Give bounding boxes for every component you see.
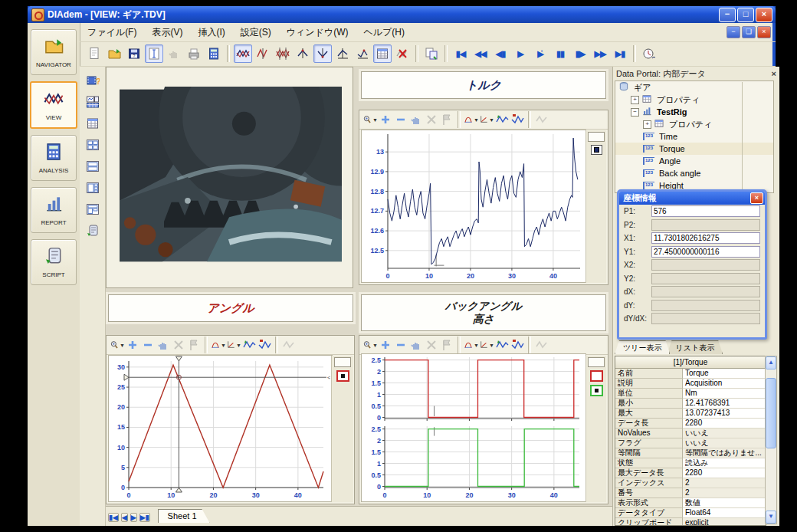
torque-legend[interactable]: [585, 130, 606, 283]
play-button[interactable]: ▶: [511, 44, 530, 63]
zoom-out-button[interactable]: [393, 113, 408, 127]
skip-last-button[interactable]: ▶▮: [611, 44, 629, 63]
back-angle-chart-panel[interactable]: ▼▼▼ 00.511.522.5 01020304000.511.522.5: [359, 335, 608, 504]
pause-button[interactable]: ▮▮: [551, 44, 569, 63]
tree-splitter[interactable]: [742, 82, 743, 190]
sheet-first-button[interactable]: ▮◀: [108, 513, 119, 522]
back-angle-plot[interactable]: 00.511.522.5: [362, 354, 584, 423]
property-value[interactable]: 読込み: [683, 458, 766, 468]
angle-legend-item[interactable]: [336, 370, 349, 382]
dropdown-arrow-icon[interactable]: ▼: [236, 343, 241, 348]
coord-field-y1[interactable]: 27.4500000000116: [651, 246, 760, 258]
tree-item-ギア[interactable]: ギア: [615, 81, 773, 94]
zoom-out-button[interactable]: [393, 338, 408, 353]
refresh-green-button[interactable]: [494, 338, 510, 353]
sidebar-item-analysis[interactable]: ANALYSIS: [31, 135, 77, 181]
property-row[interactable]: 表示形式数値: [615, 498, 766, 508]
angle-legend[interactable]: [331, 356, 353, 502]
menu-item-4[interactable]: ウィンドウ(W): [279, 24, 356, 41]
sheet-next-button[interactable]: ▶: [130, 513, 137, 522]
property-row[interactable]: 状態読込み: [615, 458, 766, 468]
video-panel[interactable]: [106, 67, 353, 288]
property-row[interactable]: 等間隔等間隔ではありませ...: [615, 448, 766, 458]
new-display-button[interactable]: [422, 44, 441, 63]
zoom-in-button[interactable]: [378, 113, 393, 127]
curve-fit-button[interactable]: ▼: [211, 338, 226, 353]
property-row[interactable]: NoValuesいいえ: [615, 429, 766, 438]
zoom-in-button[interactable]: [378, 338, 393, 353]
torque-chart-panel[interactable]: ▼▼▼ 01020304012.512.612.712.812.913: [359, 110, 608, 285]
sidebar-item-navigator[interactable]: NAVIGATOR: [31, 29, 77, 75]
property-value[interactable]: 2280: [683, 419, 766, 429]
refresh-green-button[interactable]: [494, 113, 510, 127]
torque-legend-item[interactable]: [591, 145, 602, 155]
refresh-red-button[interactable]: [257, 338, 272, 353]
layout-list-button[interactable]: [83, 200, 103, 218]
minimize-button[interactable]: −: [719, 8, 736, 22]
pan-hand-button[interactable]: [408, 113, 424, 127]
sidebar-item-script[interactable]: SCRIPT: [31, 239, 77, 285]
fast-forward-button[interactable]: ▶▶: [591, 44, 609, 63]
coord-field-x1[interactable]: 11.7301802616275: [651, 232, 760, 244]
mdi-restore-button[interactable]: ❏: [742, 26, 756, 38]
zoom-tool-button[interactable]: ▼: [110, 338, 125, 353]
skip-first-button[interactable]: ▮◀: [451, 44, 470, 63]
tree-item-angle[interactable]: 123Angle: [615, 155, 773, 167]
curves-stacked-button[interactable]: [254, 44, 272, 63]
tree-item-プロパティ[interactable]: +プロパティ: [615, 94, 773, 106]
dropdown-arrow-icon[interactable]: ▼: [120, 343, 125, 348]
step-forward-button[interactable]: ▮▶: [571, 44, 589, 63]
sidebar-item-view[interactable]: VIEW: [30, 81, 77, 129]
zoom-tool-button[interactable]: ▼: [362, 113, 378, 127]
property-row[interactable]: 最大データ長2280: [615, 468, 766, 478]
coordinate-dialog-titlebar[interactable]: 座標情報 ×: [619, 192, 765, 205]
dropdown-arrow-icon[interactable]: ▼: [221, 343, 226, 348]
save-file-button[interactable]: ?: [125, 44, 143, 63]
back-legend-item[interactable]: [590, 370, 603, 382]
height-plot[interactable]: 01020304000.511.522.5: [362, 423, 584, 500]
close-button[interactable]: ×: [756, 8, 772, 22]
axis-mode-d-button[interactable]: [353, 44, 372, 63]
layout-rows-button[interactable]: [83, 157, 103, 176]
scaling-button[interactable]: ▼: [479, 338, 494, 353]
pan-hand-button[interactable]: [408, 338, 424, 353]
tree-expand-icon[interactable]: +: [643, 120, 651, 129]
property-value[interactable]: 等間隔ではありませ...: [683, 448, 766, 458]
channel-table-button[interactable]: [373, 44, 392, 63]
property-value[interactable]: Torque: [683, 369, 766, 379]
dropdown-arrow-icon[interactable]: ▼: [372, 117, 378, 123]
scaling-button[interactable]: ▼: [226, 338, 241, 353]
refresh-green-button[interactable]: [241, 338, 257, 353]
step-back-button[interactable]: ◀▮: [491, 44, 510, 63]
curve-fit-button[interactable]: ▼: [464, 338, 479, 353]
property-value[interactable]: 12.41768391: [683, 399, 766, 409]
property-row[interactable]: フラグいいえ: [615, 438, 766, 448]
dropdown-arrow-icon[interactable]: ▼: [489, 117, 494, 123]
delete-curves-button[interactable]: [393, 44, 412, 63]
dropdown-arrow-icon[interactable]: ▼: [474, 343, 479, 348]
dropdown-arrow-icon[interactable]: ▼: [474, 117, 479, 123]
tree-expand-icon[interactable]: +: [631, 96, 639, 104]
scroll-thumb[interactable]: [766, 378, 776, 448]
calculator-button[interactable]: [205, 44, 223, 63]
property-row[interactable]: 番号2: [615, 488, 766, 498]
dropdown-arrow-icon[interactable]: ▼: [489, 343, 494, 348]
sheet-last-button[interactable]: ▶▮: [139, 513, 150, 522]
angle-title[interactable]: アングル: [108, 294, 353, 322]
channel-grid-button[interactable]: [83, 114, 103, 133]
property-value[interactable]: Float64: [683, 508, 766, 518]
property-value[interactable]: いいえ: [683, 438, 766, 448]
print-button[interactable]: [185, 44, 203, 63]
menu-item-5[interactable]: ヘルプ(H): [356, 24, 413, 41]
layout-mixed-button[interactable]: [83, 179, 103, 197]
property-row[interactable]: データタイプFloat64: [615, 508, 766, 518]
torque-title[interactable]: トルク: [361, 71, 606, 99]
tree-item-プロパティ[interactable]: +プロパティ: [615, 118, 773, 130]
sheet-tab[interactable]: Sheet 1: [158, 509, 210, 523]
refresh-red-button[interactable]: [510, 113, 525, 127]
mdi-minimize-button[interactable]: −: [726, 26, 740, 38]
menu-item-0[interactable]: ファイル(F): [80, 24, 144, 41]
property-value[interactable]: 数値: [683, 498, 766, 508]
zoom-out-button[interactable]: [140, 338, 156, 353]
help-video-button[interactable]: ?: [83, 71, 103, 90]
